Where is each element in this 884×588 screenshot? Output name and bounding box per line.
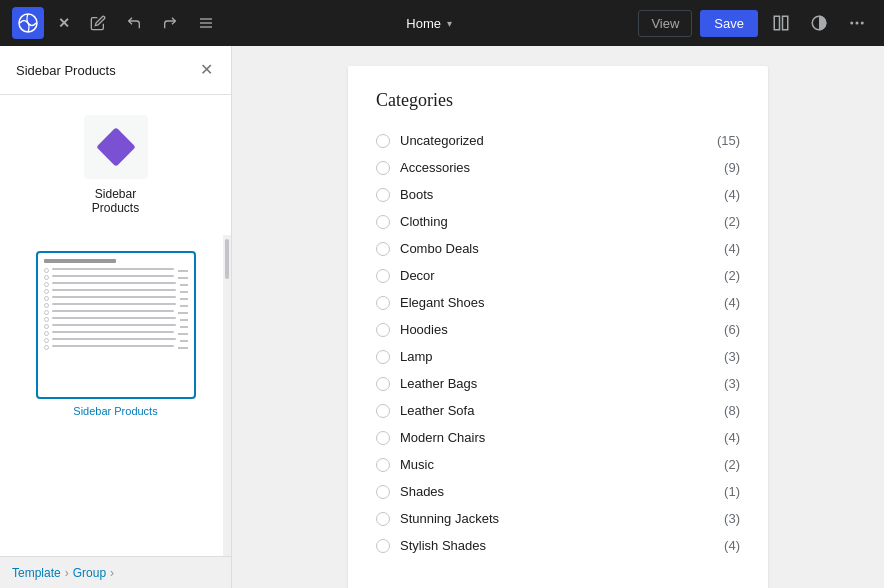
category-item: Leather Sofa(8) [376,397,740,424]
category-radio[interactable] [376,458,390,472]
category-radio[interactable] [376,215,390,229]
more-options-button[interactable] [842,8,872,38]
breadcrumb: Template › Group › [0,556,231,588]
category-radio[interactable] [376,134,390,148]
redo-button[interactable] [156,9,184,37]
category-count: (4) [724,430,740,445]
svg-rect-5 [783,16,788,30]
widget-title: Categories [376,90,740,111]
category-radio[interactable] [376,431,390,445]
category-count: (6) [724,322,740,337]
category-radio[interactable] [376,485,390,499]
category-count: (2) [724,268,740,283]
category-radio[interactable] [376,161,390,175]
sidebar-scroll-area: Sidebar Products [0,235,231,588]
sidebar-close-button[interactable]: ✕ [198,60,215,80]
category-radio[interactable] [376,242,390,256]
scrollbar-thumb [225,239,229,279]
category-name[interactable]: Uncategorized [400,133,717,148]
category-radio[interactable] [376,323,390,337]
category-name[interactable]: Modern Chairs [400,430,724,445]
block-label: SidebarProducts [92,187,139,215]
tools-button[interactable] [192,9,220,37]
category-name[interactable]: Boots [400,187,724,202]
category-item: Accessories(9) [376,154,740,181]
preview-card-inner [38,253,194,358]
category-radio[interactable] [376,296,390,310]
category-item: Leather Bags(3) [376,370,740,397]
category-count: (3) [724,511,740,526]
layout-toggle-button[interactable] [766,8,796,38]
category-name[interactable]: Accessories [400,160,724,175]
category-name[interactable]: Shades [400,484,724,499]
category-radio[interactable] [376,269,390,283]
category-count: (2) [724,457,740,472]
view-button[interactable]: View [638,10,692,37]
topbar: ✕ Home ▾ [0,0,884,46]
category-item: Stylish Shades(4) [376,532,740,559]
sidebar-scrollbar[interactable] [223,235,231,588]
save-button[interactable]: Save [700,10,758,37]
topbar-left: ✕ [12,7,220,39]
category-count: (3) [724,376,740,391]
home-chevron-icon[interactable]: ▾ [447,18,452,29]
svg-point-9 [861,22,864,25]
category-item: Uncategorized(15) [376,127,740,154]
svg-point-8 [856,22,859,25]
sidebar-panel: Sidebar Products ✕ SidebarProducts [0,46,232,588]
category-radio[interactable] [376,188,390,202]
category-item: Stunning Jackets(3) [376,505,740,532]
category-name[interactable]: Stylish Shades [400,538,724,553]
category-item: Decor(2) [376,262,740,289]
category-item: Clothing(2) [376,208,740,235]
category-name[interactable]: Elegant Shoes [400,295,724,310]
sidebar-header: Sidebar Products ✕ [0,46,231,95]
category-name[interactable]: Clothing [400,214,724,229]
svg-point-7 [850,22,853,25]
preview-card[interactable] [36,251,196,399]
category-radio[interactable] [376,539,390,553]
category-name[interactable]: Stunning Jackets [400,511,724,526]
topbar-center: Home ▾ [406,16,452,31]
category-count: (1) [724,484,740,499]
category-radio[interactable] [376,377,390,391]
svg-rect-4 [774,16,779,30]
breadcrumb-template[interactable]: Template [12,566,61,580]
category-count: (9) [724,160,740,175]
appearance-button[interactable] [804,8,834,38]
block-icon [84,115,148,179]
category-item: Shades(1) [376,478,740,505]
breadcrumb-group[interactable]: Group [73,566,106,580]
category-name[interactable]: Decor [400,268,724,283]
category-name[interactable]: Leather Sofa [400,403,724,418]
category-name[interactable]: Leather Bags [400,376,724,391]
category-name[interactable]: Music [400,457,724,472]
category-count: (8) [724,403,740,418]
breadcrumb-sep-2: › [110,566,114,580]
category-count: (2) [724,214,740,229]
category-item: Modern Chairs(4) [376,424,740,451]
category-count: (15) [717,133,740,148]
widget-block: Categories Uncategorized(15)Accessories(… [348,66,768,588]
preview-card-container[interactable]: Sidebar Products [8,243,223,425]
category-item: Boots(4) [376,181,740,208]
topbar-right: View Save [638,8,872,38]
category-count: (4) [724,241,740,256]
category-name[interactable]: Combo Deals [400,241,724,256]
category-radio[interactable] [376,512,390,526]
preview-card-label: Sidebar Products [73,405,157,417]
undo-button[interactable] [120,9,148,37]
category-item: Combo Deals(4) [376,235,740,262]
sidebar-panel-title: Sidebar Products [16,63,116,78]
edit-icon-button[interactable] [84,9,112,37]
category-count: (4) [724,538,740,553]
category-radio[interactable] [376,350,390,364]
close-button[interactable]: ✕ [52,9,76,37]
category-radio[interactable] [376,404,390,418]
category-name[interactable]: Hoodies [400,322,724,337]
wp-logo-button[interactable] [12,7,44,39]
category-count: (4) [724,187,740,202]
home-label: Home [406,16,441,31]
category-item: Lamp(3) [376,343,740,370]
category-name[interactable]: Lamp [400,349,724,364]
